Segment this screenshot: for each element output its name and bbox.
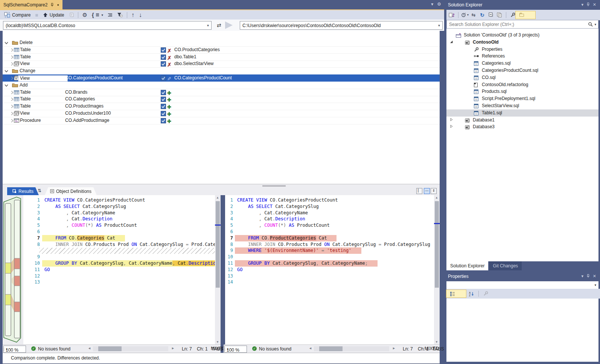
next-difference-button[interactable]: ↓ [137,11,144,19]
group-results-button[interactable]: { ▾ [90,11,105,19]
split-vertical-button[interactable]: ▏ [416,188,422,194]
diff-overview-map[interactable] [3,195,23,344]
tree-item-database1[interactable]: Database1 [446,117,598,124]
include-checkbox[interactable] [161,55,166,60]
pin-icon[interactable] [50,3,54,7]
tab-solution-explorer[interactable]: Solution Explorer [446,261,488,270]
update-button[interactable]: Update [41,11,66,19]
scroll-right-icon[interactable]: ► [171,346,175,350]
include-checkbox[interactable] [161,76,166,81]
tree-item-categories-sql[interactable]: Categories.sql [446,60,598,67]
collapse-chevron-icon[interactable] [4,40,9,46]
source-connection-dropdown[interactable]: (localdb)\MSSQLLocalDB.Contoso ▾ [3,21,212,30]
include-checkbox[interactable] [161,111,166,116]
tree-item-co-sql[interactable]: CO.sql [446,74,598,81]
switch-direction-icon[interactable]: ⇄ [217,22,221,28]
target-connection-dropdown[interactable]: C:\Users\drskwier\source\repos\ContosoOl… [240,21,443,30]
pin-icon[interactable] [586,2,590,7]
diff-group-row[interactable]: Change [3,67,440,75]
sync-with-active-document-icon[interactable] [448,11,455,19]
tree-item-references[interactable]: References [446,53,598,60]
target-editor-scrollbar[interactable]: ▲ ▼ [434,195,440,344]
diff-group-row[interactable]: Add [3,82,440,89]
collapse-chevron-icon[interactable] [4,83,9,88]
editor-pane-divider[interactable] [221,195,225,344]
well-options-gear-icon[interactable]: ⚙ [437,2,441,7]
expander-collapsed-icon[interactable] [449,118,453,121]
diff-row[interactable]: ViewCO.CategoriesProductCount✎CO.Categor… [3,74,440,82]
alphabetical-sort-icon[interactable]: AZ [468,290,475,297]
include-checkbox[interactable] [161,118,166,123]
zoom-level-dropdown[interactable]: 100 % ▾ [224,346,247,353]
swap-panes-button[interactable]: ⇕ [431,188,437,194]
object-type-editbox[interactable]: View [18,75,68,82]
window-position-chevron-icon[interactable]: ▾ [581,274,583,279]
tree-item-contosoold-refactorlog[interactable]: ContosoOld.refactorlog [446,81,598,88]
options-gear-icon[interactable]: ⚙ [81,11,89,19]
diff-row[interactable]: Table✗CO.ProductCategories [3,46,440,54]
search-options-chevron-icon[interactable]: ▾ [594,23,596,26]
horizontal-scrollbar[interactable] [93,346,168,351]
tree-item-products-sql[interactable]: Products.sql [446,88,598,95]
categorized-icon[interactable] [446,290,466,298]
tab-object-definitions[interactable]: Object Definitions [45,187,97,195]
split-horizontal-button[interactable]: — [424,188,430,194]
properties-title-bar[interactable]: Properties ▾ ✕ [446,271,598,281]
tree-item-contosoold[interactable]: ContosoOld [446,39,598,46]
horizontal-scrollbar[interactable] [314,346,389,351]
search-icon[interactable] [588,22,593,27]
diff-row[interactable]: Table✗dbo.Table1 [3,53,440,61]
tree-item-categoriesproductcount-sql[interactable]: CategoriesProductCount.sql [446,67,598,74]
scroll-left-icon[interactable]: ◄ [309,346,312,350]
diff-group-row[interactable]: Delete [3,39,440,47]
search-input[interactable] [447,22,588,27]
tab-git-changes[interactable]: Git Changes [489,261,522,270]
include-checkbox[interactable] [161,104,166,109]
tree-item-solution-contosoold-3-of-3-projects[interactable]: Solution 'ContosoOld' (3 of 3 projects) [446,32,598,39]
source-editor-scrollbar[interactable]: ▲ ▼ [215,195,221,344]
collapse-chevron-icon[interactable] [4,68,9,74]
show-all-files-icon[interactable] [515,11,536,19]
property-pages-wrench-icon[interactable] [482,290,489,297]
tab-results[interactable]: Results [7,187,39,195]
scroll-left-icon[interactable]: ◄ [88,346,91,350]
refresh-icon[interactable]: ↻ [478,11,486,19]
collapse-all-icon[interactable] [487,11,495,19]
compare-button[interactable]: Compare [2,11,32,19]
generate-script-icon[interactable] [67,11,76,19]
include-checkbox[interactable] [161,90,166,95]
pin-icon[interactable] [586,274,590,278]
filter-icon[interactable] [115,11,125,19]
source-code-editor[interactable]: 1CREATE VIEW CO.CategoriesProductCount2 … [23,195,221,344]
document-tab[interactable]: SqlSchemaCompare2 ● [0,0,62,9]
diff-row[interactable]: TableCO.ProductImages✚ [3,103,440,110]
zoom-level-dropdown[interactable]: 100 % ▾ [3,346,26,353]
tab-list-chevron-icon[interactable]: ▾ [431,2,433,7]
window-position-chevron-icon[interactable]: ▾ [581,2,583,7]
tree-item-table1-sql[interactable]: Table1.sql [446,109,598,117]
pending-changes-filter-icon[interactable]: ▾ [461,11,469,19]
diff-row[interactable]: ProcedureCO.AddProductImage✚ [3,117,440,124]
diff-row[interactable]: TableCO.Categories✚ [3,96,440,103]
diff-row[interactable]: ViewCO.ProductsUnder100✚ [3,110,440,117]
stop-button[interactable]: ■ [33,11,40,19]
include-checkbox[interactable] [161,47,166,53]
previous-difference-button[interactable]: ↑ [129,11,136,19]
expander-expanded-icon[interactable] [449,40,453,44]
solution-explorer-title-bar[interactable]: Solution Explorer ▾ ✕ [446,0,598,10]
diff-row[interactable]: View✗dbo.SelectStarView [3,60,440,68]
include-checkbox[interactable] [161,97,166,102]
expander-collapsed-icon[interactable] [449,124,453,128]
target-code-editor[interactable]: 1CREATE VIEW CO.CategoriesProductCount2 … [225,195,440,344]
sort-order-icon[interactable]: ⇅ [38,188,41,193]
close-icon[interactable]: ✕ [593,2,596,7]
diff-row[interactable]: TableCO.Brands✚ [3,89,440,96]
display-options-icon[interactable] [106,11,114,19]
scroll-right-icon[interactable]: ► [392,346,396,350]
preview-selected-items-icon[interactable] [496,11,503,19]
close-icon[interactable]: ✕ [593,274,596,279]
tree-item-properties[interactable]: Properties [446,46,598,53]
tree-item-database3[interactable]: Database3 [446,123,598,130]
switch-views-icon[interactable]: ⇆ [470,11,477,19]
include-checkbox[interactable] [161,61,166,67]
